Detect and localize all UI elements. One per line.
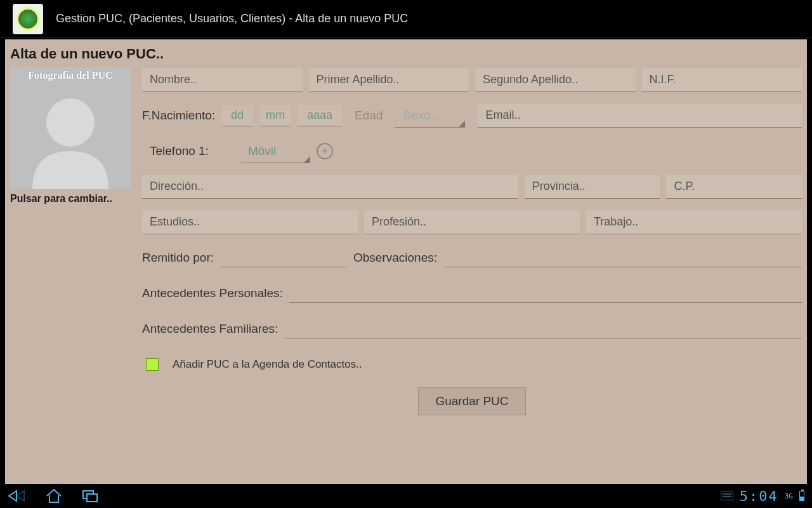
- svg-rect-2: [87, 494, 97, 502]
- antecedentes-personales-field[interactable]: [289, 284, 802, 303]
- add-phone-icon[interactable]: +: [317, 143, 333, 159]
- direccion-field[interactable]: Dirección..: [142, 175, 518, 199]
- antecedentes-personales-label: Antecedentes Personales:: [142, 286, 283, 300]
- back-icon[interactable]: [8, 490, 27, 502]
- dropdown-icon: [459, 121, 465, 127]
- app-icon: [13, 4, 43, 34]
- fields-column: Nombre.. Primer Apellido.. Segundo Apell…: [142, 67, 802, 425]
- fnacimiento-label: F.Nacimiento:: [142, 109, 215, 123]
- guardar-button[interactable]: Guardar PUC: [418, 387, 525, 415]
- observaciones-label: Observaciones:: [353, 251, 437, 265]
- telefono-type-label: Móvil: [248, 144, 276, 158]
- photo-column: Fotografía del PUC Pulsar para cambiar..: [10, 67, 131, 425]
- photo-placeholder[interactable]: Fotografía del PUC: [10, 67, 131, 189]
- cp-field[interactable]: C.P.: [666, 175, 802, 199]
- agenda-checkbox[interactable]: [146, 358, 159, 371]
- nav-left: [8, 488, 100, 504]
- estudios-field[interactable]: Estudios..: [142, 210, 358, 234]
- actionbar-title: Gestion PUC, (Pacientes, Usuarios, Clien…: [56, 12, 408, 25]
- app-icon-inner: [16, 8, 39, 30]
- observaciones-field[interactable]: [443, 248, 802, 267]
- action-bar: Gestion PUC, (Pacientes, Usuarios, Clien…: [0, 0, 812, 38]
- status-right: 5:04 3G: [721, 488, 804, 504]
- edad-label: Edad: [348, 109, 389, 123]
- nombre-field[interactable]: Nombre..: [142, 68, 303, 92]
- segundo-apellido-field[interactable]: Segundo Apellido..: [475, 68, 636, 92]
- network-label: 3G: [785, 492, 793, 500]
- day-field[interactable]: dd: [221, 105, 253, 126]
- sexo-spinner[interactable]: Sexo..: [395, 104, 465, 128]
- battery-icon: [799, 491, 804, 501]
- profesion-field[interactable]: Profesión..: [364, 210, 580, 234]
- photo-caption: Pulsar para cambiar..: [10, 193, 131, 204]
- system-navbar: 5:04 3G: [0, 484, 812, 508]
- antecedentes-familiares-field[interactable]: [284, 319, 802, 338]
- recent-apps-icon[interactable]: [81, 489, 100, 503]
- provincia-field[interactable]: Provincia..: [525, 175, 660, 199]
- email-field[interactable]: Email..: [478, 104, 802, 128]
- page-title: Alta de un nuevo PUC..: [10, 46, 802, 62]
- keyboard-icon: [721, 491, 733, 500]
- content-area: Alta de un nuevo PUC.. Fotografía del PU…: [5, 39, 807, 484]
- nif-field[interactable]: N.I.F.: [642, 68, 802, 92]
- trabajo-field[interactable]: Trabajo..: [586, 210, 802, 234]
- svg-point-0: [46, 98, 95, 147]
- remitido-label: Remitido por:: [142, 251, 214, 265]
- person-silhouette-icon: [26, 88, 115, 189]
- clock: 5:04: [740, 488, 778, 504]
- sexo-spinner-label: Sexo..: [403, 109, 437, 123]
- month-field[interactable]: mm: [259, 105, 291, 126]
- home-icon[interactable]: [44, 488, 63, 504]
- telefono-label: Telefono 1:: [142, 144, 209, 158]
- agenda-checkbox-label: Añadir PUC a la Agenda de Contactos..: [173, 358, 362, 371]
- antecedentes-familiares-label: Antecedentes Familiares:: [142, 322, 278, 336]
- telefono-type-spinner[interactable]: Móvil: [240, 139, 310, 163]
- primer-apellido-field[interactable]: Primer Apellido..: [309, 68, 469, 92]
- svg-rect-3: [721, 491, 733, 500]
- dropdown-icon: [304, 156, 310, 163]
- year-field[interactable]: aaaa: [298, 105, 342, 126]
- photo-label: Fotografía del PUC: [10, 70, 131, 81]
- remitido-field[interactable]: [220, 248, 347, 267]
- form-area: Fotografía del PUC Pulsar para cambiar..…: [10, 67, 802, 425]
